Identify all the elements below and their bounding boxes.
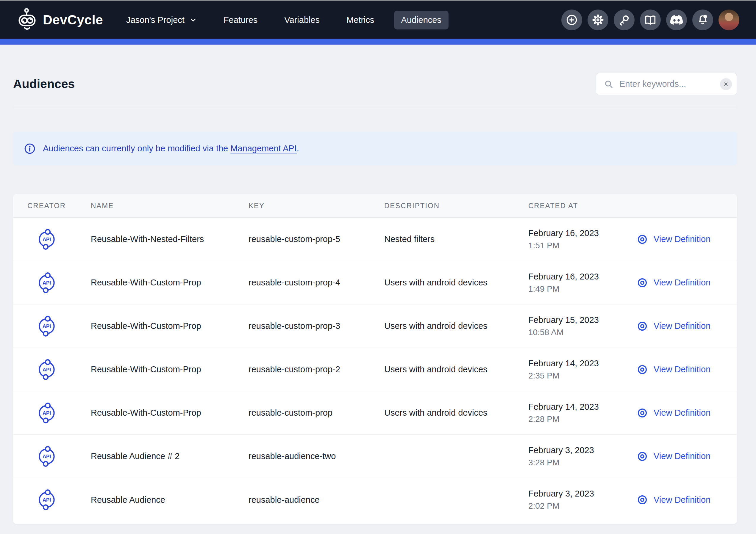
creator-cell: API: [27, 272, 91, 293]
view-definition-link[interactable]: View Definition: [637, 277, 737, 288]
created-time: 2:28 PM: [528, 415, 637, 424]
api-creator-icon: API: [38, 446, 55, 467]
api-creator-icon: API: [38, 229, 55, 250]
view-definition-link[interactable]: View Definition: [637, 451, 737, 462]
view-definition-link[interactable]: View Definition: [637, 234, 737, 245]
search-input[interactable]: [619, 79, 714, 89]
created-time: 1:49 PM: [528, 284, 637, 294]
audience-key: reusable-custom-prop-3: [249, 321, 384, 331]
svg-text:API: API: [42, 280, 51, 286]
project-selector[interactable]: Jason's Project: [126, 15, 197, 25]
view-definition-label: View Definition: [654, 365, 711, 374]
banner-message: Audiences can currently only be modified…: [43, 143, 299, 153]
creator-cell: API: [27, 446, 91, 467]
table-row: APIReusable-With-Nested-Filtersreusable-…: [13, 217, 737, 261]
view-definition-link[interactable]: View Definition: [637, 364, 737, 375]
navbar-actions: [561, 10, 739, 30]
svg-text:API: API: [42, 323, 51, 329]
eye-icon: [637, 408, 648, 418]
search-box: [596, 73, 737, 95]
devcycle-logo-icon: [18, 8, 36, 32]
nav-item-features[interactable]: Features: [216, 11, 265, 29]
nav-item-audiences[interactable]: Audiences: [394, 11, 448, 29]
notifications-button[interactable]: [692, 10, 713, 30]
created-at-cell: February 16, 20231:51 PM: [528, 228, 637, 250]
audience-description: Users with android devices: [384, 278, 528, 288]
table-row: APIReusable Audiencereusable-audienceFeb…: [13, 478, 737, 521]
audiences-table: CREATORNAMEKEYDESCRIPTIONCREATED AT APIR…: [13, 194, 737, 524]
creator-cell: API: [27, 316, 91, 337]
api-keys-button[interactable]: [614, 10, 634, 30]
close-icon: [723, 82, 728, 87]
api-creator-icon: API: [38, 402, 55, 424]
created-at-cell: February 14, 20232:35 PM: [528, 359, 637, 381]
clear-search-button[interactable]: [720, 78, 732, 90]
audience-key: reusable-audience-two: [249, 451, 384, 461]
created-time: 2:02 PM: [528, 501, 637, 511]
audience-key: reusable-custom-prop-5: [249, 234, 384, 244]
audience-name: Reusable-With-Custom-Prop: [91, 278, 249, 288]
audience-name: Reusable-With-Custom-Prop: [91, 408, 249, 418]
creator-cell: API: [27, 489, 91, 511]
audience-name: Reusable Audience # 2: [91, 451, 249, 461]
view-definition-label: View Definition: [654, 321, 711, 331]
key-icon: [618, 14, 631, 26]
info-icon: [24, 143, 36, 155]
column-header-description: DESCRIPTION: [384, 202, 528, 210]
audience-description: Nested filters: [384, 234, 528, 244]
nav-item-variables[interactable]: Variables: [277, 11, 327, 29]
svg-text:API: API: [42, 454, 51, 459]
accent-bar: [0, 39, 756, 45]
created-time: 2:35 PM: [528, 371, 637, 381]
audience-key: reusable-custom-prop-4: [249, 278, 384, 288]
discord-button[interactable]: [666, 10, 687, 30]
info-banner: Audiences can currently only be modified…: [13, 132, 737, 165]
eye-icon: [637, 277, 648, 288]
column-header-creator: CREATOR: [27, 202, 91, 210]
brand[interactable]: DevCycle: [18, 8, 103, 32]
table-row: APIReusable-With-Custom-Propreusable-cus…: [13, 304, 737, 348]
view-definition-label: View Definition: [654, 278, 711, 288]
bell-icon: [696, 14, 709, 26]
nav-item-metrics[interactable]: Metrics: [339, 11, 381, 29]
management-api-link[interactable]: Management API: [230, 143, 296, 153]
discord-icon: [670, 14, 683, 26]
view-definition-link[interactable]: View Definition: [637, 495, 737, 505]
page-title: Audiences: [13, 77, 75, 91]
created-time: 10:58 AM: [528, 328, 637, 337]
created-at-cell: February 15, 202310:58 AM: [528, 315, 637, 337]
add-icon: [565, 14, 578, 26]
add-button[interactable]: [561, 10, 582, 30]
view-definition-link[interactable]: View Definition: [637, 408, 737, 418]
created-date: February 14, 2023: [528, 402, 637, 412]
audience-name: Reusable-With-Nested-Filters: [91, 234, 249, 244]
created-at-cell: February 3, 20232:02 PM: [528, 489, 637, 511]
api-creator-icon: API: [38, 272, 55, 293]
created-date: February 16, 2023: [528, 228, 637, 238]
created-time: 1:51 PM: [528, 241, 637, 250]
settings-button[interactable]: [587, 10, 608, 30]
view-definition-label: View Definition: [654, 495, 711, 505]
project-name: Jason's Project: [126, 15, 184, 25]
created-date: February 3, 2023: [528, 445, 637, 455]
view-definition-link[interactable]: View Definition: [637, 321, 737, 332]
eye-icon: [637, 364, 648, 375]
created-date: February 16, 2023: [528, 272, 637, 282]
api-creator-icon: API: [38, 359, 55, 380]
audience-description: Users with android devices: [384, 365, 528, 374]
gear-icon: [592, 14, 604, 26]
docs-button[interactable]: [640, 10, 661, 30]
svg-text:API: API: [42, 367, 51, 372]
eye-icon: [637, 451, 648, 462]
brand-name: DevCycle: [43, 13, 103, 27]
creator-cell: API: [27, 402, 91, 424]
audience-name: Reusable-With-Custom-Prop: [91, 365, 249, 374]
creator-cell: API: [27, 229, 91, 250]
audience-name: Reusable-With-Custom-Prop: [91, 321, 249, 331]
table-row: APIReusable-With-Custom-Propreusable-cus…: [13, 261, 737, 304]
audience-name: Reusable Audience: [91, 495, 249, 505]
main-nav: FeaturesVariablesMetricsAudiences: [216, 11, 448, 29]
user-avatar[interactable]: [718, 10, 739, 30]
api-creator-icon: API: [38, 316, 55, 337]
view-definition-label: View Definition: [654, 234, 711, 244]
